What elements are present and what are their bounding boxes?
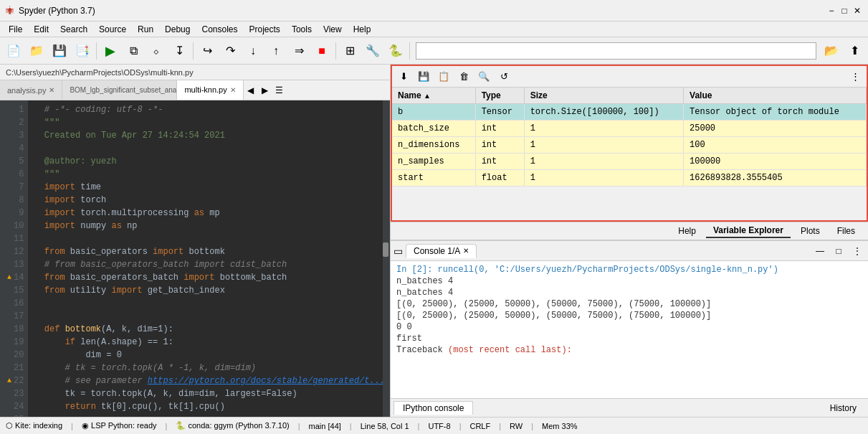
- close-button[interactable]: ✕: [852, 6, 862, 16]
- tab-history[interactable]: History: [821, 402, 865, 415]
- browse-button[interactable]: 📂: [821, 40, 842, 62]
- tab-plots[interactable]: Plots: [793, 225, 827, 237]
- table-row[interactable]: start float 1 1626893828.3555405: [392, 170, 867, 187]
- console-output[interactable]: In [2]: runcell(0, 'C:/Users/yuezh/Pycha…: [391, 261, 868, 398]
- continue-button[interactable]: ⇒: [288, 40, 310, 62]
- var-value-start: 1626893828.3555405: [684, 170, 867, 187]
- var-size-batch_size: 1: [524, 121, 683, 137]
- line-numbers: 12345678910111213▲1415161718192021▲22232…: [0, 100, 28, 417]
- variable-explorer: ⬇ 💾 📋 🗑 🔍 ↺ ⋮ Name ▲ Type Size Value: [391, 65, 868, 222]
- profile-button[interactable]: ⊞: [339, 40, 361, 62]
- menu-help[interactable]: Help: [348, 23, 377, 36]
- tab-files[interactable]: Files: [830, 225, 862, 237]
- var-name-start: start: [392, 170, 475, 187]
- console-minimize-button[interactable]: —: [812, 243, 828, 259]
- tab-console-1a[interactable]: Console 1/A ✕: [406, 244, 477, 258]
- lsp-status: ◉ LSP Python: ready: [82, 421, 157, 430]
- right-panel: ⬇ 💾 📋 🗑 🔍 ↺ ⋮ Name ▲ Type Size Value: [391, 65, 868, 417]
- menu-file[interactable]: File: [3, 23, 28, 36]
- path-input[interactable]: C:\Users\yuezh\PycharmProjects\ODSys: [416, 42, 816, 60]
- var-size-n_dimensions: 1: [524, 137, 683, 154]
- menu-view[interactable]: View: [318, 23, 348, 36]
- menu-bar: File Edit Search Source Run Debug Consol…: [0, 22, 868, 37]
- step-out-button[interactable]: ↑: [265, 40, 287, 62]
- menu-source[interactable]: Source: [93, 23, 132, 36]
- editor-scrollbar[interactable]: [383, 100, 390, 417]
- menu-tools[interactable]: Tools: [286, 23, 318, 36]
- tab-close-multi-knn[interactable]: ✕: [230, 86, 236, 94]
- col-type[interactable]: Type: [475, 88, 524, 104]
- line-col-status: Line 58, Col 1: [361, 422, 409, 430]
- run-selection-button[interactable]: ↧: [168, 40, 190, 62]
- tab-help[interactable]: Help: [671, 225, 703, 237]
- tab-menu-button[interactable]: ☰: [272, 80, 287, 100]
- minimize-button[interactable]: −: [826, 6, 836, 16]
- tab-close-analysis[interactable]: ✕: [49, 86, 54, 94]
- tab-multi-knn[interactable]: multi-knn.py ✕: [177, 80, 243, 100]
- console-maximize-button[interactable]: □: [831, 243, 846, 259]
- step-over-button[interactable]: ↷: [219, 40, 241, 62]
- main-content: C:\Users\yuezh\PycharmProjects\ODSys\mul…: [0, 65, 868, 417]
- options-button[interactable]: ⋮: [846, 68, 864, 85]
- save-file-button[interactable]: 💾: [49, 40, 70, 62]
- col-size[interactable]: Size: [524, 88, 683, 104]
- menu-run[interactable]: Run: [132, 23, 159, 36]
- variable-table: Name ▲ Type Size Value b Tensor torch.Si…: [392, 88, 867, 220]
- table-row[interactable]: batch_size int 1 25000: [392, 121, 867, 137]
- var-value-n_samples: 100000: [684, 154, 867, 170]
- step-into-button[interactable]: ↓: [242, 40, 264, 62]
- refresh-button[interactable]: ↺: [495, 68, 512, 85]
- up-button[interactable]: ⬆: [844, 40, 865, 62]
- lsp-icon: ◉: [82, 421, 89, 430]
- new-file-button[interactable]: 📄: [3, 40, 24, 62]
- editor-panel: C:\Users\yuezh\PycharmProjects\ODSys\mul…: [0, 65, 391, 417]
- file-path-bar: C:\Users\yuezh\PycharmProjects\ODSys\mul…: [0, 65, 390, 80]
- settings-button[interactable]: 🐍: [385, 40, 406, 62]
- tab-bom[interactable]: BOM_lgb_significant_subset_analysis_data…: [62, 80, 177, 100]
- tab-ipython-console[interactable]: IPython console: [394, 401, 473, 415]
- var-type-start: float: [475, 170, 524, 187]
- menu-edit[interactable]: Edit: [28, 23, 54, 36]
- run-cell-advance-button[interactable]: ⬦: [146, 40, 167, 62]
- col-name[interactable]: Name ▲: [392, 88, 475, 104]
- delete-button[interactable]: 🗑: [455, 68, 472, 85]
- mem-status: Mem 33%: [542, 422, 578, 430]
- search-button[interactable]: 🔍: [475, 68, 492, 85]
- save-data-button[interactable]: 💾: [415, 68, 432, 85]
- right-panel-tabs: Help Variable Explorer Plots Files: [391, 222, 868, 240]
- table-row[interactable]: n_dimensions int 1 100: [392, 137, 867, 154]
- new-console-button[interactable]: ▭: [394, 245, 403, 257]
- run-button[interactable]: ▶: [100, 40, 121, 62]
- save-all-button[interactable]: 📑: [72, 40, 93, 62]
- maximize-button[interactable]: □: [839, 6, 849, 16]
- editor-tabs-bar: analysis.py ✕ BOM_lgb_significant_subset…: [0, 80, 390, 100]
- conda-icon: 🐍: [176, 421, 186, 430]
- open-file-button[interactable]: 📁: [26, 40, 47, 62]
- code-editor: 12345678910111213▲1415161718192021▲22232…: [0, 100, 390, 417]
- code-content[interactable]: # -*- coding: utf-8 -*- """ Created on T…: [28, 100, 383, 417]
- tab-variable-explorer[interactable]: Variable Explorer: [706, 224, 791, 238]
- tab-prev-button[interactable]: ◀: [244, 80, 258, 100]
- console-menu-button[interactable]: ⋮: [849, 243, 865, 259]
- stop-button[interactable]: ■: [311, 40, 333, 62]
- run-cell-button[interactable]: ⧉: [123, 40, 144, 62]
- copy-button[interactable]: 📋: [435, 68, 452, 85]
- col-value[interactable]: Value: [684, 88, 867, 104]
- app-title: 🕷 Spyder (Python 3.7): [6, 6, 95, 16]
- table-row[interactable]: b Tensor torch.Size([100000, 100]) Tenso…: [392, 104, 867, 121]
- tab-next-button[interactable]: ▶: [258, 80, 272, 100]
- tab-analysis[interactable]: analysis.py ✕: [0, 80, 62, 100]
- menu-search[interactable]: Search: [54, 23, 93, 36]
- console-tab-close[interactable]: ✕: [463, 247, 469, 255]
- var-value-b: Tensor object of torch module: [684, 104, 867, 121]
- import-button[interactable]: ⬇: [395, 68, 412, 85]
- var-type-n_samples: int: [475, 154, 524, 170]
- var-name-n_dimensions: n_dimensions: [392, 137, 475, 154]
- run-to-line-button[interactable]: ↪: [196, 40, 218, 62]
- table-row[interactable]: n_samples int 1 100000: [392, 154, 867, 170]
- menu-debug[interactable]: Debug: [159, 23, 196, 36]
- debug-button[interactable]: 🔧: [362, 40, 383, 62]
- menu-projects[interactable]: Projects: [244, 23, 286, 36]
- menu-consoles[interactable]: Consoles: [196, 23, 243, 36]
- kite-status: ⬡ Kite: indexing: [6, 421, 62, 430]
